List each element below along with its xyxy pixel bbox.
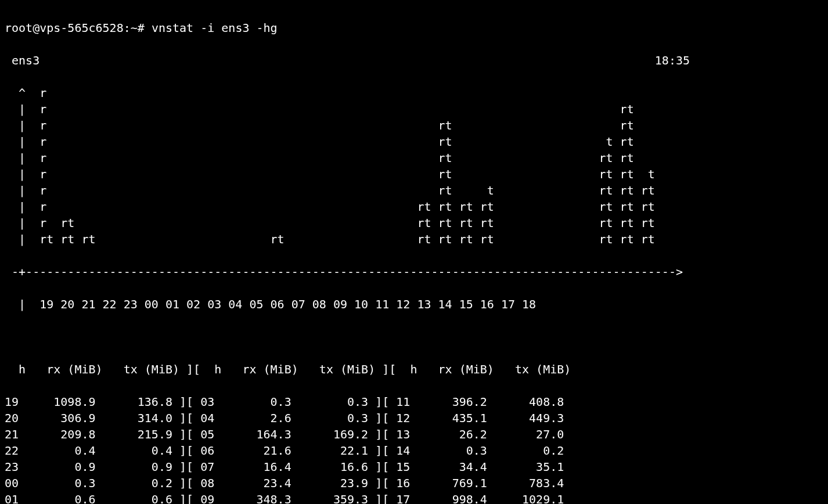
table-row: 23 0.9 0.9 ][ 07 16.4 16.6 ][ 15 34.4 35… xyxy=(5,459,823,475)
table-row: 19 1098.9 136.8 ][ 03 0.3 0.3 ][ 11 396.… xyxy=(5,394,823,410)
terminal-output: root@vps-565c6528:~# vnstat -i ens3 -hg … xyxy=(0,0,828,504)
blank-line xyxy=(5,329,823,345)
ascii-chart: ^ r | r rt | r xyxy=(5,85,823,247)
table-row: 20 306.9 314.0 ][ 04 2.6 0.3 ][ 12 435.1… xyxy=(5,410,823,426)
prompt-user: root@vps-565c6528 xyxy=(5,21,124,35)
vnstat-header-line: ens3 18:35 xyxy=(5,52,823,69)
shell-prompt[interactable]: root@vps-565c6528:~# vnstat -i ens3 -hg xyxy=(5,20,823,36)
chart-row: | rt rt rt rt rt rt rt rt rt rt rt xyxy=(5,231,823,247)
prompt-cwd: ~ xyxy=(131,21,138,35)
command-entered: vnstat -i ens3 -hg xyxy=(152,21,278,35)
table-row: 22 0.4 0.4 ][ 06 21.6 22.1 ][ 14 0.3 0.2 xyxy=(5,442,823,459)
chart-row: | r rt t rt rt rt xyxy=(5,182,823,199)
table-row: 01 0.6 0.6 ][ 09 348.3 359.3 ][ 17 998.4… xyxy=(5,491,823,504)
table-row: 00 0.3 0.2 ][ 08 23.4 23.9 ][ 16 769.1 7… xyxy=(5,475,823,491)
chart-row: | r rt rt xyxy=(5,117,823,134)
chart-row: | r rt t rt xyxy=(5,134,823,150)
chart-row: | r rt rt rt xyxy=(5,150,823,166)
chart-hour-labels: | 19 20 21 22 23 00 01 02 03 04 05 06 07… xyxy=(5,296,823,312)
chart-row: | r rt xyxy=(5,101,823,117)
chart-row: | r rt rt rt t xyxy=(5,166,823,182)
table-header: h rx (MiB) tx (MiB) ][ h rx (MiB) tx (Mi… xyxy=(5,361,823,377)
chart-axis: -+--------------------------------------… xyxy=(5,264,823,280)
chart-row: ^ r xyxy=(5,85,823,101)
table-row: 21 209.8 215.9 ][ 05 164.3 169.2 ][ 13 2… xyxy=(5,426,823,442)
table-body: 19 1098.9 136.8 ][ 03 0.3 0.3 ][ 11 396.… xyxy=(5,394,823,504)
chart-row: | r rt rt rt rt rt rt rt xyxy=(5,199,823,215)
chart-row: | r rt rt rt rt rt rt rt rt xyxy=(5,215,823,231)
